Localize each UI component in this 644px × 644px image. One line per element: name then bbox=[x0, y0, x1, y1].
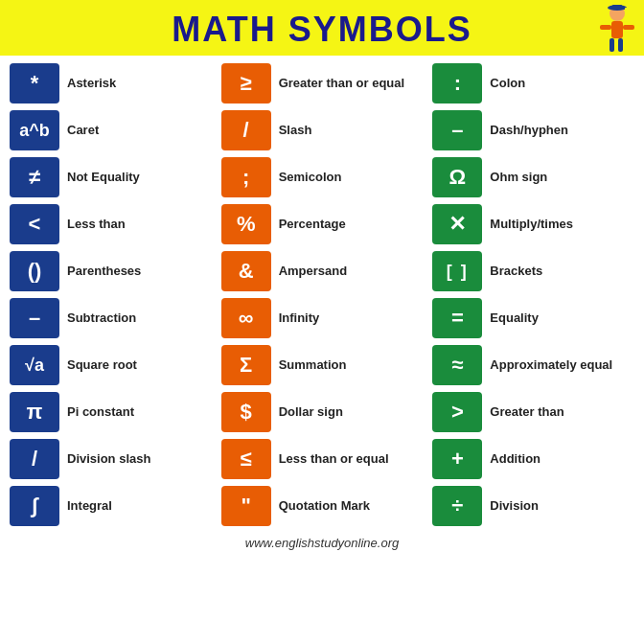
symbol-item: –Dash/hyphen bbox=[432, 110, 634, 150]
symbol-box: π bbox=[10, 392, 59, 432]
symbol-item: ;Semicolon bbox=[221, 157, 424, 197]
symbol-item: <Less than bbox=[10, 204, 212, 244]
symbol-box: / bbox=[10, 439, 59, 479]
symbol-box: + bbox=[432, 439, 482, 479]
symbol-box: : bbox=[432, 63, 482, 104]
symbol-label: Brackets bbox=[490, 264, 542, 280]
symbol-label: Caret bbox=[67, 123, 99, 139]
symbol-label: Greater than or equal bbox=[279, 76, 404, 92]
symbol-label: Less than bbox=[67, 217, 126, 233]
svg-rect-2 bbox=[610, 38, 614, 52]
symbol-box: ∫ bbox=[10, 486, 59, 526]
symbol-box: – bbox=[432, 110, 482, 150]
symbol-box: – bbox=[10, 298, 59, 338]
symbol-box: > bbox=[432, 392, 482, 432]
page: MATH SYMBOLS *Asterisk≥Greater than or e… bbox=[0, 0, 644, 554]
footer-url: www.englishstudyonline.org bbox=[245, 536, 399, 550]
content: *Asterisk≥Greater than or equal:Colona^b… bbox=[0, 56, 644, 530]
symbol-item: $Dollar sign bbox=[221, 392, 424, 432]
symbol-label: Asterisk bbox=[67, 76, 116, 92]
symbol-box: ≈ bbox=[432, 345, 482, 385]
symbol-item: ≈Approximately equal bbox=[432, 345, 634, 385]
symbol-label: Colon bbox=[490, 76, 525, 92]
symbol-box: ; bbox=[221, 157, 271, 197]
symbol-box: a^b bbox=[10, 110, 59, 150]
symbol-item: πPi constant bbox=[10, 392, 212, 432]
symbol-label: Square root bbox=[67, 357, 137, 374]
svg-rect-8 bbox=[625, 8, 627, 13]
symbol-item: /Division slash bbox=[10, 439, 212, 479]
symbol-item: ∫Integral bbox=[10, 486, 212, 526]
symbol-item: [ ]Brackets bbox=[432, 251, 634, 291]
symbol-item: a^bCaret bbox=[10, 110, 212, 150]
symbol-label: Slash bbox=[279, 123, 312, 139]
symbol-box: ✕ bbox=[432, 204, 482, 244]
symbol-label: Pi constant bbox=[67, 404, 134, 421]
page-title: MATH SYMBOLS bbox=[0, 10, 644, 50]
symbol-label: Subtraction bbox=[67, 310, 136, 327]
symbols-grid: *Asterisk≥Greater than or equal:Colona^b… bbox=[10, 63, 634, 526]
symbol-item: %Percentage bbox=[221, 204, 424, 244]
symbol-item: ≠Not Equality bbox=[10, 157, 212, 197]
svg-rect-1 bbox=[611, 21, 623, 38]
symbol-box: ÷ bbox=[432, 486, 482, 526]
symbol-box: & bbox=[221, 251, 271, 291]
symbol-box: $ bbox=[221, 392, 271, 432]
symbol-item: &Ampersand bbox=[221, 251, 424, 291]
symbol-label: Dash/hyphen bbox=[490, 123, 568, 139]
symbol-box: = bbox=[432, 298, 482, 338]
symbol-item: =Equality bbox=[432, 298, 634, 338]
symbol-box: Ω bbox=[432, 157, 482, 197]
symbol-item: ()Parentheses bbox=[10, 251, 212, 291]
symbol-item: :Colon bbox=[432, 63, 634, 104]
svg-rect-7 bbox=[612, 5, 622, 9]
symbol-label: Addition bbox=[490, 451, 540, 468]
symbol-box: / bbox=[221, 110, 271, 150]
symbol-label: Approximately equal bbox=[490, 357, 612, 374]
symbol-item: ∞Infinity bbox=[221, 298, 424, 338]
symbol-item: ✕Multiply/times bbox=[432, 204, 634, 244]
symbol-label: Not Equality bbox=[67, 170, 140, 186]
symbol-item: /Slash bbox=[221, 110, 424, 150]
symbol-box: ≥ bbox=[221, 63, 271, 104]
symbol-label: Division bbox=[490, 498, 539, 515]
symbol-box: ∞ bbox=[221, 298, 271, 338]
symbol-label: Infinity bbox=[279, 310, 320, 327]
symbol-box: * bbox=[10, 63, 59, 104]
symbol-item: –Subtraction bbox=[10, 298, 212, 338]
symbol-box: " bbox=[221, 486, 271, 526]
symbol-label: Division slash bbox=[67, 451, 150, 468]
symbol-label: Parentheses bbox=[67, 264, 141, 280]
symbol-item: ≤Less than or equal bbox=[221, 439, 424, 479]
symbol-label: Integral bbox=[67, 498, 112, 515]
symbol-label: Ohm sign bbox=[490, 170, 547, 186]
symbol-label: Semicolon bbox=[279, 170, 342, 186]
header: MATH SYMBOLS bbox=[0, 0, 644, 56]
svg-rect-4 bbox=[600, 25, 611, 30]
symbol-box: ≤ bbox=[221, 439, 271, 479]
symbol-label: Summation bbox=[279, 357, 347, 374]
symbol-box: () bbox=[10, 251, 59, 291]
svg-rect-3 bbox=[618, 38, 623, 52]
symbol-label: Percentage bbox=[279, 217, 346, 233]
symbol-item: ΩOhm sign bbox=[432, 157, 634, 197]
symbol-item: "Quotation Mark bbox=[221, 486, 424, 526]
symbol-label: Dollar sign bbox=[279, 404, 343, 421]
symbol-box: √a bbox=[10, 345, 59, 385]
symbol-label: Less than or equal bbox=[279, 451, 389, 468]
symbol-item: ≥Greater than or equal bbox=[221, 63, 424, 104]
symbol-label: Equality bbox=[490, 310, 539, 327]
header-figure bbox=[577, 4, 634, 61]
symbol-item: √aSquare root bbox=[10, 345, 212, 385]
symbol-label: Multiply/times bbox=[490, 217, 573, 233]
footer: www.englishstudyonline.org bbox=[0, 530, 644, 554]
symbol-label: Ampersand bbox=[279, 264, 348, 280]
symbol-label: Greater than bbox=[490, 404, 564, 421]
symbol-item: *Asterisk bbox=[10, 63, 212, 104]
symbol-item: ΣSummation bbox=[221, 345, 424, 385]
svg-rect-5 bbox=[623, 25, 634, 30]
symbol-box: [ ] bbox=[432, 251, 482, 291]
symbol-box: ≠ bbox=[10, 157, 59, 197]
symbol-item: +Addition bbox=[432, 439, 634, 479]
symbol-label: Quotation Mark bbox=[279, 498, 370, 515]
